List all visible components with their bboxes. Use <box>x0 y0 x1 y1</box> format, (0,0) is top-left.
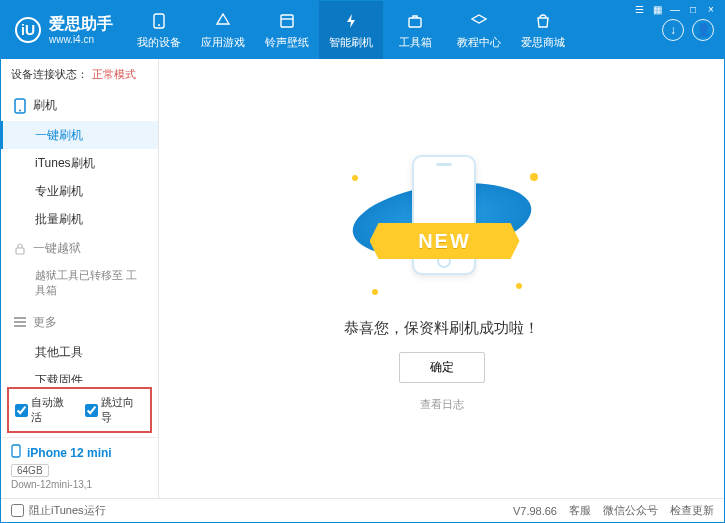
view-log-link[interactable]: 查看日志 <box>420 397 464 412</box>
block-itunes-label: 阻止iTunes运行 <box>29 503 106 518</box>
user-button[interactable]: 👤 <box>692 19 714 41</box>
nav-label: 工具箱 <box>399 35 432 50</box>
jailbreak-note: 越狱工具已转移至 工具箱 <box>1 264 158 307</box>
nav-item-phone[interactable]: 我的设备 <box>127 1 191 59</box>
sidebar-item-more-0[interactable]: 其他工具 <box>1 338 158 366</box>
skip-guide-checkbox[interactable]: 跳过向导 <box>85 395 145 425</box>
tools-icon <box>405 11 425 31</box>
connection-status-value: 正常模式 <box>92 67 136 82</box>
wall-icon <box>277 11 297 31</box>
sidebar-item-flash-1[interactable]: iTunes刷机 <box>1 149 158 177</box>
svg-point-5 <box>19 109 21 111</box>
apps-icon <box>213 11 233 31</box>
settings-button[interactable]: ☰ <box>631 2 647 16</box>
main-content: NEW 恭喜您，保资料刷机成功啦！ 确定 查看日志 <box>159 59 724 498</box>
sidebar-item-flash-3[interactable]: 批量刷机 <box>1 205 158 233</box>
device-phone-icon <box>11 444 21 461</box>
skip-guide-input[interactable] <box>85 404 98 417</box>
sidebar-header-flash[interactable]: 刷机 <box>1 90 158 121</box>
device-sub: Down-12mini-13,1 <box>11 479 148 490</box>
nav-item-flash[interactable]: 智能刷机 <box>319 1 383 59</box>
device-block[interactable]: iPhone 12 mini 64GB Down-12mini-13,1 <box>1 437 158 498</box>
edu-icon <box>469 11 489 31</box>
device-name: iPhone 12 mini <box>27 446 112 460</box>
auto-activate-label: 自动激活 <box>31 395 75 425</box>
svg-rect-3 <box>409 18 421 27</box>
statusbar: 阻止iTunes运行 V7.98.66 客服 微信公众号 检查更新 <box>1 498 724 522</box>
block-itunes-checkbox[interactable]: 阻止iTunes运行 <box>11 503 106 518</box>
download-button[interactable]: ↓ <box>662 19 684 41</box>
ok-button[interactable]: 确定 <box>399 352 485 383</box>
sidebar-header-jailbreak-label: 一键越狱 <box>33 240 81 257</box>
sidebar: 设备连接状态： 正常模式 刷机 一键刷机iTunes刷机专业刷机批量刷机 一键越… <box>1 59 159 498</box>
nav-label: 智能刷机 <box>329 35 373 50</box>
user-icon: 👤 <box>696 23 711 37</box>
flash-icon <box>341 11 361 31</box>
wechat-link[interactable]: 微信公众号 <box>603 503 658 518</box>
sidebar-header-flash-label: 刷机 <box>33 97 57 114</box>
brand-url: www.i4.cn <box>49 34 113 46</box>
option-checkboxes: 自动激活 跳过向导 <box>7 387 152 433</box>
lock-icon <box>13 242 27 256</box>
auto-activate-input[interactable] <box>15 404 28 417</box>
minimize-button[interactable]: — <box>667 2 683 16</box>
check-update-link[interactable]: 检查更新 <box>670 503 714 518</box>
nav-label: 应用游戏 <box>201 35 245 50</box>
success-illustration: NEW <box>342 145 542 305</box>
sidebar-item-flash-0[interactable]: 一键刷机 <box>1 121 158 149</box>
phone-icon <box>13 99 27 113</box>
nav-item-shop[interactable]: 爱思商城 <box>511 1 575 59</box>
nav-item-tools[interactable]: 工具箱 <box>383 1 447 59</box>
nav-item-edu[interactable]: 教程中心 <box>447 1 511 59</box>
sidebar-header-more[interactable]: 更多 <box>1 307 158 338</box>
auto-activate-checkbox[interactable]: 自动激活 <box>15 395 75 425</box>
device-storage: 64GB <box>11 464 49 477</box>
download-icon: ↓ <box>670 23 676 37</box>
new-ribbon: NEW <box>370 223 520 259</box>
brand: iU 爱思助手 www.i4.cn <box>1 14 127 45</box>
sidebar-header-more-label: 更多 <box>33 314 57 331</box>
skip-guide-label: 跳过向导 <box>101 395 145 425</box>
maximize-button[interactable]: □ <box>685 2 701 16</box>
close-button[interactable]: × <box>703 2 719 16</box>
version-label: V7.98.66 <box>513 505 557 517</box>
svg-rect-2 <box>281 15 293 27</box>
brand-name: 爱思助手 <box>49 14 113 33</box>
menu-icon <box>13 315 27 329</box>
success-text: 恭喜您，保资料刷机成功啦！ <box>344 319 539 338</box>
block-itunes-input[interactable] <box>11 504 24 517</box>
brand-logo-icon: iU <box>15 17 41 43</box>
nav-label: 我的设备 <box>137 35 181 50</box>
nav-item-apps[interactable]: 应用游戏 <box>191 1 255 59</box>
nav: 我的设备应用游戏铃声壁纸智能刷机工具箱教程中心爱思商城 <box>127 1 652 59</box>
nav-item-wall[interactable]: 铃声壁纸 <box>255 1 319 59</box>
connection-status-row: 设备连接状态： 正常模式 <box>1 59 158 90</box>
nav-label: 爱思商城 <box>521 35 565 50</box>
svg-rect-6 <box>16 248 24 254</box>
connection-label: 设备连接状态： <box>11 67 88 82</box>
customer-service-link[interactable]: 客服 <box>569 503 591 518</box>
nav-label: 铃声壁纸 <box>265 35 309 50</box>
sidebar-item-flash-2[interactable]: 专业刷机 <box>1 177 158 205</box>
titlebar: iU 爱思助手 www.i4.cn 我的设备应用游戏铃声壁纸智能刷机工具箱教程中… <box>1 1 724 59</box>
svg-point-1 <box>158 24 160 26</box>
svg-rect-7 <box>12 445 20 457</box>
skin-button[interactable]: ▦ <box>649 2 665 16</box>
shop-icon <box>533 11 553 31</box>
nav-label: 教程中心 <box>457 35 501 50</box>
phone-icon <box>149 11 169 31</box>
sidebar-item-more-1[interactable]: 下载固件 <box>1 366 158 383</box>
sidebar-header-jailbreak: 一键越狱 <box>1 233 158 264</box>
